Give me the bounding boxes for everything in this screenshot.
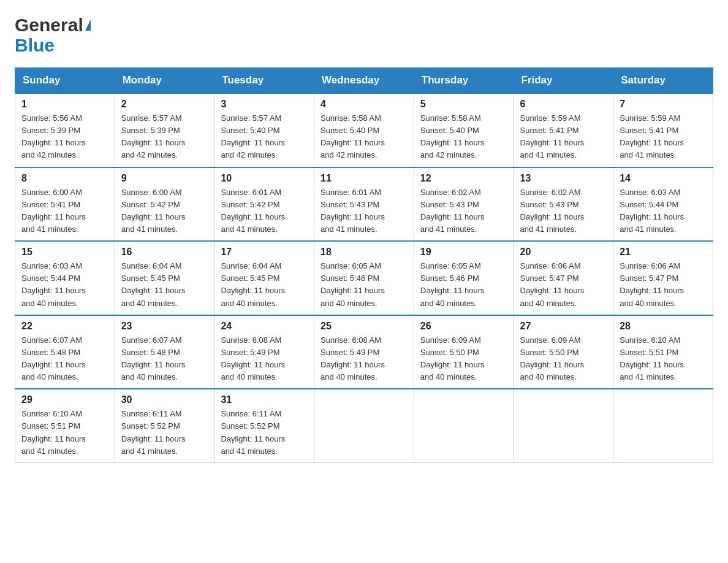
day-number: 22 xyxy=(21,321,108,332)
day-info: Sunrise: 6:05 AM Sunset: 5:46 PM Dayligh… xyxy=(420,260,507,310)
calendar-cell: 4 Sunrise: 5:58 AM Sunset: 5:40 PM Dayli… xyxy=(314,93,414,167)
day-number: 3 xyxy=(221,99,308,110)
day-number: 18 xyxy=(320,247,408,258)
day-number: 28 xyxy=(620,321,707,332)
day-info: Sunrise: 6:04 AM Sunset: 5:45 PM Dayligh… xyxy=(221,260,308,310)
calendar-cell: 30 Sunrise: 6:11 AM Sunset: 5:52 PM Dayl… xyxy=(115,389,214,462)
day-info: Sunrise: 6:07 AM Sunset: 5:48 PM Dayligh… xyxy=(21,334,108,384)
column-header-wednesday: Wednesday xyxy=(314,68,414,94)
column-header-monday: Monday xyxy=(115,68,214,94)
day-number: 13 xyxy=(520,173,607,184)
calendar-week-row: 29 Sunrise: 6:10 AM Sunset: 5:51 PM Dayl… xyxy=(15,389,713,462)
calendar-cell: 2 Sunrise: 5:57 AM Sunset: 5:39 PM Dayli… xyxy=(115,93,214,167)
calendar-cell: 7 Sunrise: 5:59 AM Sunset: 5:41 PM Dayli… xyxy=(613,93,713,167)
day-number: 11 xyxy=(320,173,408,184)
calendar-cell: 6 Sunrise: 5:59 AM Sunset: 5:41 PM Dayli… xyxy=(514,93,613,167)
column-header-tuesday: Tuesday xyxy=(214,68,314,94)
day-number: 25 xyxy=(320,321,408,332)
calendar-cell xyxy=(613,389,713,462)
calendar-week-row: 1 Sunrise: 5:56 AM Sunset: 5:39 PM Dayli… xyxy=(15,93,713,167)
day-info: Sunrise: 6:00 AM Sunset: 5:41 PM Dayligh… xyxy=(21,186,108,236)
day-info: Sunrise: 6:08 AM Sunset: 5:49 PM Dayligh… xyxy=(320,334,408,384)
day-info: Sunrise: 5:56 AM Sunset: 5:39 PM Dayligh… xyxy=(21,112,108,162)
day-number: 31 xyxy=(221,394,308,405)
day-info: Sunrise: 5:57 AM Sunset: 5:40 PM Dayligh… xyxy=(221,112,308,162)
calendar-cell: 8 Sunrise: 6:00 AM Sunset: 5:41 PM Dayli… xyxy=(15,167,115,242)
day-info: Sunrise: 5:59 AM Sunset: 5:41 PM Dayligh… xyxy=(620,112,707,162)
day-number: 24 xyxy=(221,321,308,332)
calendar-week-row: 22 Sunrise: 6:07 AM Sunset: 5:48 PM Dayl… xyxy=(15,315,713,389)
calendar-cell: 20 Sunrise: 6:06 AM Sunset: 5:47 PM Dayl… xyxy=(514,241,613,315)
day-info: Sunrise: 6:05 AM Sunset: 5:46 PM Dayligh… xyxy=(320,260,408,310)
calendar-cell xyxy=(514,389,613,462)
day-info: Sunrise: 5:59 AM Sunset: 5:41 PM Dayligh… xyxy=(520,112,607,162)
calendar-cell: 16 Sunrise: 6:04 AM Sunset: 5:45 PM Dayl… xyxy=(115,241,214,315)
calendar-week-row: 15 Sunrise: 6:03 AM Sunset: 5:44 PM Dayl… xyxy=(15,241,713,315)
calendar-cell xyxy=(314,389,414,462)
day-number: 19 xyxy=(420,247,507,258)
logo: General Blue xyxy=(15,15,91,55)
day-info: Sunrise: 5:58 AM Sunset: 5:40 PM Dayligh… xyxy=(320,112,408,162)
logo-blue: Blue xyxy=(15,35,91,55)
calendar-cell: 31 Sunrise: 6:11 AM Sunset: 5:52 PM Dayl… xyxy=(214,389,314,462)
day-number: 17 xyxy=(221,247,308,258)
day-info: Sunrise: 6:08 AM Sunset: 5:49 PM Dayligh… xyxy=(221,334,308,384)
day-number: 26 xyxy=(420,321,507,332)
day-number: 5 xyxy=(420,99,507,110)
calendar-cell: 3 Sunrise: 5:57 AM Sunset: 5:40 PM Dayli… xyxy=(214,93,314,167)
day-info: Sunrise: 6:01 AM Sunset: 5:42 PM Dayligh… xyxy=(221,186,308,236)
day-info: Sunrise: 6:10 AM Sunset: 5:51 PM Dayligh… xyxy=(21,408,108,458)
day-number: 10 xyxy=(221,173,308,184)
day-number: 7 xyxy=(620,99,707,110)
day-info: Sunrise: 6:09 AM Sunset: 5:50 PM Dayligh… xyxy=(420,334,507,384)
day-info: Sunrise: 6:06 AM Sunset: 5:47 PM Dayligh… xyxy=(520,260,607,310)
day-number: 30 xyxy=(121,394,208,405)
calendar-cell: 18 Sunrise: 6:05 AM Sunset: 5:46 PM Dayl… xyxy=(314,241,414,315)
calendar-cell: 27 Sunrise: 6:09 AM Sunset: 5:50 PM Dayl… xyxy=(514,315,613,389)
calendar-cell: 26 Sunrise: 6:09 AM Sunset: 5:50 PM Dayl… xyxy=(414,315,514,389)
day-info: Sunrise: 5:58 AM Sunset: 5:40 PM Dayligh… xyxy=(420,112,507,162)
day-info: Sunrise: 6:04 AM Sunset: 5:45 PM Dayligh… xyxy=(121,260,208,310)
day-info: Sunrise: 6:09 AM Sunset: 5:50 PM Dayligh… xyxy=(520,334,607,384)
day-number: 29 xyxy=(21,394,108,405)
day-number: 20 xyxy=(520,247,607,258)
calendar-cell: 15 Sunrise: 6:03 AM Sunset: 5:44 PM Dayl… xyxy=(15,241,115,315)
day-number: 8 xyxy=(21,173,108,184)
calendar-cell: 22 Sunrise: 6:07 AM Sunset: 5:48 PM Dayl… xyxy=(15,315,115,389)
calendar-cell: 10 Sunrise: 6:01 AM Sunset: 5:42 PM Dayl… xyxy=(214,167,314,242)
column-header-saturday: Saturday xyxy=(613,68,713,94)
day-info: Sunrise: 6:01 AM Sunset: 5:43 PM Dayligh… xyxy=(320,186,408,236)
calendar-cell: 13 Sunrise: 6:02 AM Sunset: 5:43 PM Dayl… xyxy=(514,167,613,242)
page-header: General Blue xyxy=(15,15,713,55)
day-info: Sunrise: 6:11 AM Sunset: 5:52 PM Dayligh… xyxy=(221,408,308,458)
calendar-cell: 28 Sunrise: 6:10 AM Sunset: 5:51 PM Dayl… xyxy=(613,315,713,389)
calendar-cell: 25 Sunrise: 6:08 AM Sunset: 5:49 PM Dayl… xyxy=(314,315,414,389)
calendar-cell xyxy=(414,389,514,462)
calendar-cell: 29 Sunrise: 6:10 AM Sunset: 5:51 PM Dayl… xyxy=(15,389,115,462)
day-info: Sunrise: 6:07 AM Sunset: 5:48 PM Dayligh… xyxy=(121,334,208,384)
day-number: 9 xyxy=(121,173,208,184)
calendar-week-row: 8 Sunrise: 6:00 AM Sunset: 5:41 PM Dayli… xyxy=(15,167,713,242)
calendar-cell: 24 Sunrise: 6:08 AM Sunset: 5:49 PM Dayl… xyxy=(214,315,314,389)
day-number: 23 xyxy=(121,321,208,332)
day-info: Sunrise: 6:02 AM Sunset: 5:43 PM Dayligh… xyxy=(520,186,607,236)
day-info: Sunrise: 6:10 AM Sunset: 5:51 PM Dayligh… xyxy=(620,334,707,384)
column-header-thursday: Thursday xyxy=(414,68,514,94)
day-number: 15 xyxy=(21,247,108,258)
calendar-cell: 12 Sunrise: 6:02 AM Sunset: 5:43 PM Dayl… xyxy=(414,167,514,242)
calendar-cell: 11 Sunrise: 6:01 AM Sunset: 5:43 PM Dayl… xyxy=(314,167,414,242)
column-header-friday: Friday xyxy=(514,68,613,94)
calendar-header-row: SundayMondayTuesdayWednesdayThursdayFrid… xyxy=(15,68,713,94)
calendar-cell: 14 Sunrise: 6:03 AM Sunset: 5:44 PM Dayl… xyxy=(613,167,713,242)
day-info: Sunrise: 5:57 AM Sunset: 5:39 PM Dayligh… xyxy=(121,112,208,162)
day-number: 16 xyxy=(121,247,208,258)
calendar-cell: 1 Sunrise: 5:56 AM Sunset: 5:39 PM Dayli… xyxy=(15,93,115,167)
day-info: Sunrise: 6:00 AM Sunset: 5:42 PM Dayligh… xyxy=(121,186,208,236)
day-number: 27 xyxy=(520,321,607,332)
day-number: 2 xyxy=(121,99,208,110)
day-info: Sunrise: 6:03 AM Sunset: 5:44 PM Dayligh… xyxy=(21,260,108,310)
day-number: 4 xyxy=(320,99,408,110)
calendar-cell: 5 Sunrise: 5:58 AM Sunset: 5:40 PM Dayli… xyxy=(414,93,514,167)
day-info: Sunrise: 6:06 AM Sunset: 5:47 PM Dayligh… xyxy=(620,260,707,310)
day-number: 14 xyxy=(620,173,707,184)
